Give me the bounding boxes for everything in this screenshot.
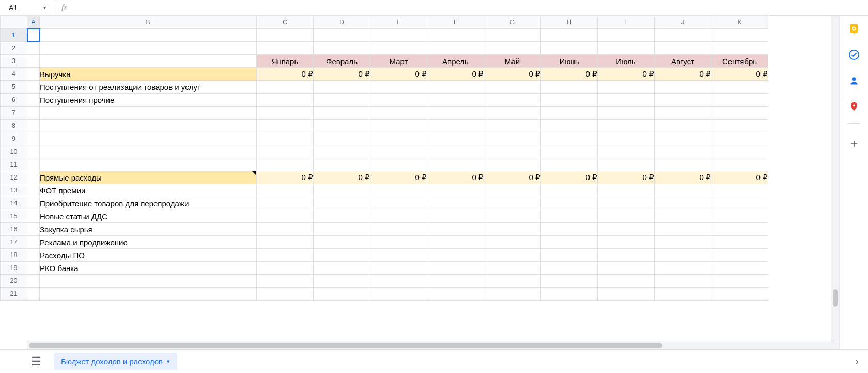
cell-D16[interactable]	[314, 223, 370, 236]
cell-F11[interactable]	[427, 158, 484, 171]
cell-G8[interactable]	[484, 120, 541, 132]
cell-H17[interactable]	[541, 236, 598, 249]
cell-J11[interactable]	[655, 158, 711, 171]
cell-D2[interactable]	[314, 42, 370, 55]
cell-A3[interactable]	[27, 55, 40, 68]
cell-B21[interactable]	[40, 288, 257, 301]
cell-C21[interactable]	[257, 288, 314, 301]
cell-F19[interactable]	[427, 262, 484, 275]
spreadsheet-grid[interactable]: ABCDEFGHIJK123ЯнварьФевральМартАпрельМай…	[0, 16, 768, 301]
column-header-J[interactable]: J	[655, 16, 711, 29]
row-header-19[interactable]: 19	[1, 262, 27, 275]
revenue-total-E[interactable]: 0 ₽	[370, 68, 427, 81]
month-header-F[interactable]: Апрель	[427, 55, 484, 68]
row-header-10[interactable]: 10	[1, 145, 27, 158]
row-header-8[interactable]: 8	[1, 120, 27, 132]
cell-E1[interactable]	[370, 29, 427, 42]
cell-F7[interactable]	[427, 107, 484, 120]
cell-F8[interactable]	[427, 120, 484, 132]
cell-K1[interactable]	[711, 29, 768, 42]
cell-J9[interactable]	[655, 132, 711, 145]
cell-E7[interactable]	[370, 107, 427, 120]
cell-A16[interactable]	[27, 223, 40, 236]
revenue-title[interactable]: Выручка	[40, 68, 257, 81]
cell-H15[interactable]	[541, 210, 598, 223]
cell-B7[interactable]	[40, 107, 257, 120]
cell-A20[interactable]	[27, 275, 40, 288]
cell-I11[interactable]	[598, 158, 655, 171]
direct-costs-item-2[interactable]: Новые статьи ДДС	[40, 210, 257, 223]
direct-costs-item-1[interactable]: Приобритение товаров для перепродажи	[40, 197, 257, 210]
cell-E5[interactable]	[370, 81, 427, 94]
cell-F17[interactable]	[427, 236, 484, 249]
cell-A17[interactable]	[27, 236, 40, 249]
cell-J5[interactable]	[655, 81, 711, 94]
cell-F2[interactable]	[427, 42, 484, 55]
cell-J18[interactable]	[655, 249, 711, 262]
cell-I16[interactable]	[598, 223, 655, 236]
column-header-C[interactable]: C	[257, 16, 314, 29]
cell-J17[interactable]	[655, 236, 711, 249]
cell-K20[interactable]	[711, 275, 768, 288]
cell-K14[interactable]	[711, 197, 768, 210]
cell-C6[interactable]	[257, 94, 314, 107]
cell-D19[interactable]	[314, 262, 370, 275]
column-header-K[interactable]: K	[711, 16, 768, 29]
row-header-7[interactable]: 7	[1, 107, 27, 120]
cell-H6[interactable]	[541, 94, 598, 107]
cell-E18[interactable]	[370, 249, 427, 262]
cell-G16[interactable]	[484, 223, 541, 236]
row-header-11[interactable]: 11	[1, 158, 27, 171]
cell-A9[interactable]	[27, 132, 40, 145]
column-header-I[interactable]: I	[598, 16, 655, 29]
revenue-total-G[interactable]: 0 ₽	[484, 68, 541, 81]
cell-G19[interactable]	[484, 262, 541, 275]
cell-B3[interactable]	[40, 55, 257, 68]
cell-G5[interactable]	[484, 81, 541, 94]
cell-C9[interactable]	[257, 132, 314, 145]
horizontal-scrollbar[interactable]	[27, 341, 839, 349]
month-header-H[interactable]: Июнь	[541, 55, 598, 68]
row-header-15[interactable]: 15	[1, 210, 27, 223]
direct-costs-total-F[interactable]: 0 ₽	[427, 171, 484, 184]
cell-J14[interactable]	[655, 197, 711, 210]
cell-G20[interactable]	[484, 275, 541, 288]
cell-D20[interactable]	[314, 275, 370, 288]
cell-K17[interactable]	[711, 236, 768, 249]
cell-I13[interactable]	[598, 184, 655, 197]
cell-A12[interactable]	[27, 171, 40, 184]
cell-H10[interactable]	[541, 145, 598, 158]
cell-A1[interactable]	[27, 29, 40, 42]
cell-B8[interactable]	[40, 120, 257, 132]
cell-G13[interactable]	[484, 184, 541, 197]
cell-F5[interactable]	[427, 81, 484, 94]
month-header-I[interactable]: Июль	[598, 55, 655, 68]
cell-E6[interactable]	[370, 94, 427, 107]
cell-D6[interactable]	[314, 94, 370, 107]
cell-I5[interactable]	[598, 81, 655, 94]
cell-A4[interactable]	[27, 68, 40, 81]
cell-D7[interactable]	[314, 107, 370, 120]
cell-B1[interactable]	[40, 29, 257, 42]
cell-K21[interactable]	[711, 288, 768, 301]
cell-F10[interactable]	[427, 145, 484, 158]
row-header-17[interactable]: 17	[1, 236, 27, 249]
cell-D10[interactable]	[314, 145, 370, 158]
cell-J13[interactable]	[655, 184, 711, 197]
month-header-G[interactable]: Май	[484, 55, 541, 68]
cell-G9[interactable]	[484, 132, 541, 145]
cell-H1[interactable]	[541, 29, 598, 42]
cell-D15[interactable]	[314, 210, 370, 223]
cell-H21[interactable]	[541, 288, 598, 301]
column-header-A[interactable]: A	[27, 16, 40, 29]
cell-E17[interactable]	[370, 236, 427, 249]
cell-G10[interactable]	[484, 145, 541, 158]
cell-G6[interactable]	[484, 94, 541, 107]
cell-H11[interactable]	[541, 158, 598, 171]
cell-E13[interactable]	[370, 184, 427, 197]
cell-D17[interactable]	[314, 236, 370, 249]
cell-H20[interactable]	[541, 275, 598, 288]
cell-H19[interactable]	[541, 262, 598, 275]
cell-K15[interactable]	[711, 210, 768, 223]
maps-icon[interactable]	[848, 100, 860, 113]
